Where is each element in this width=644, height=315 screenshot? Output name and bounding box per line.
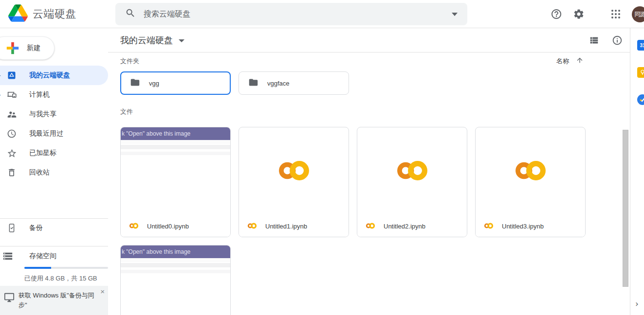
file-thumbnail <box>357 127 467 216</box>
thumbnail-content-strips <box>121 140 230 155</box>
sidebar-item-label: 我最近用过 <box>29 129 63 138</box>
sidebar-item-my-drive[interactable]: ▸我的云端硬盘 <box>0 66 108 85</box>
file-name: Untitled2.ipynb <box>384 223 425 230</box>
folder-icon <box>130 77 140 89</box>
expand-chevron-icon[interactable]: ▸ <box>0 73 2 78</box>
sidebar-item-star[interactable]: 已加星标 <box>0 143 108 163</box>
colab-icon <box>247 222 257 231</box>
folder-card[interactable]: vgg <box>120 71 231 95</box>
sidebar-item-computer[interactable]: ▸计算机 <box>0 85 108 105</box>
close-icon[interactable]: × <box>99 286 106 297</box>
apps-grid-icon[interactable] <box>610 8 622 20</box>
keep-icon[interactable] <box>637 67 644 78</box>
help-icon[interactable] <box>551 8 562 20</box>
sidebar-item-label: 计算机 <box>29 90 50 99</box>
file-card[interactable]: Untitled3.ipynb <box>475 127 586 237</box>
colab-logo-icon <box>278 160 310 183</box>
clock-icon <box>6 129 18 139</box>
files-grid: k "Open" above this imageUntitled0.ipynb… <box>108 127 598 315</box>
file-footer: Untitled3.ipynb <box>476 216 585 237</box>
file-name: Untitled3.ipynb <box>502 223 544 230</box>
search-options-caret-icon[interactable] <box>452 13 458 16</box>
new-button-label: 新建 <box>27 44 40 52</box>
sidebar-item-label: 回收站 <box>29 168 50 177</box>
file-thumbnail <box>476 127 585 216</box>
backup-sync-banner: 获取 Windows 版"备份与同步" × <box>0 286 108 315</box>
file-footer: Untitled2.ipynb <box>357 216 467 237</box>
settings-gear-icon[interactable] <box>573 8 585 20</box>
banner-text: 获取 Windows 版"备份与同步" <box>18 292 94 309</box>
sort-control[interactable]: 名称 <box>556 56 584 66</box>
colab-icon <box>129 222 139 231</box>
colab-icon <box>366 222 375 231</box>
star-icon <box>6 148 18 158</box>
file-card[interactable]: Untitled1.ipynb <box>239 127 349 237</box>
search-bar[interactable] <box>115 3 467 25</box>
file-name: Untitled1.ipynb <box>265 223 307 230</box>
main-title-row: 我的云端硬盘 <box>108 28 630 52</box>
file-card[interactable]: k "Open" above this imageUntitled0.ipynb <box>120 127 231 237</box>
sidebar-nav: ▸我的云端硬盘▸计算机与我共享我最近用过已加星标回收站 <box>0 66 108 182</box>
file-name: Untitled0.ipynb <box>147 223 189 230</box>
app-header: 云端硬盘 同源 <box>0 0 644 28</box>
app-title: 云端硬盘 <box>33 7 76 21</box>
list-view-icon[interactable] <box>589 35 599 46</box>
colab-logo-icon <box>396 160 428 183</box>
right-side-rail: 31 › <box>630 28 644 315</box>
info-icon[interactable] <box>612 35 623 46</box>
sidebar-item-label: 与我共享 <box>29 110 56 119</box>
sidebar-item-trash[interactable]: 回收站 <box>0 163 108 182</box>
search-input[interactable] <box>143 9 452 19</box>
folders-row: vggvggface <box>108 71 630 95</box>
folder-card[interactable]: vggface <box>239 71 349 95</box>
my-drive-icon <box>6 70 18 80</box>
colab-logo-icon <box>515 160 547 183</box>
file-card[interactable]: Untitled2.ipynb <box>357 127 467 237</box>
computer-icon <box>6 90 18 100</box>
backup-phone-icon <box>6 223 18 233</box>
sidebar-item-label: 备份 <box>29 224 43 232</box>
shared-people-icon <box>6 109 18 120</box>
sidebar-item-label: 我的云端硬盘 <box>29 71 70 80</box>
sort-label[interactable]: 名称 <box>556 57 569 66</box>
folder-icon <box>248 77 258 89</box>
new-button[interactable]: 新建 <box>0 36 55 60</box>
file-thumbnail: k "Open" above this image <box>121 127 230 216</box>
trash-icon <box>6 168 18 177</box>
storage-icon <box>2 251 14 262</box>
file-footer: Untitled1.ipynb <box>239 216 349 237</box>
search-icon[interactable] <box>125 8 136 20</box>
thumbnail-header-text: k "Open" above this image <box>121 127 230 140</box>
folders-section-label: 文件夹 <box>120 57 139 66</box>
main-content: 我的云端硬盘 文件夹 名称 vggvggface 文件 k "Open" abo… <box>108 28 630 315</box>
calendar-icon[interactable]: 31 <box>637 40 644 51</box>
expand-chevron-icon[interactable]: ▸ <box>0 92 2 97</box>
file-thumbnail <box>239 127 349 216</box>
storage-usage-text: 已使用 4.8 GB，共 15 GB <box>24 274 108 283</box>
monitor-icon <box>4 292 15 305</box>
folder-name: vgg <box>149 80 159 87</box>
avatar[interactable]: 同源 <box>632 6 644 22</box>
colab-icon <box>484 222 494 231</box>
vertical-scrollbar[interactable] <box>623 130 628 287</box>
sidebar-item-clock[interactable]: 我最近用过 <box>0 124 108 143</box>
expand-panel-chevron-icon[interactable]: › <box>635 299 639 309</box>
page-title[interactable]: 我的云端硬盘 <box>120 35 173 46</box>
plus-icon <box>5 41 20 55</box>
arrow-up-icon[interactable] <box>576 56 584 66</box>
tasks-icon[interactable] <box>637 94 644 105</box>
folder-name: vggface <box>267 80 290 87</box>
sidebar-item-backups[interactable]: 备份 <box>0 218 108 238</box>
thumbnail-header-text: k "Open" above this image <box>121 245 230 258</box>
files-section-label: 文件 <box>108 107 630 116</box>
storage-progress-fill <box>24 267 51 269</box>
logo-area[interactable]: 云端硬盘 <box>0 4 108 24</box>
file-card[interactable]: k "Open" above this image <box>120 245 231 315</box>
title-dropdown-caret-icon[interactable] <box>179 39 184 42</box>
sidebar-item-label: 已加星标 <box>29 149 56 158</box>
thumbnail-content-strips <box>121 258 230 273</box>
sidebar-item-storage[interactable]: 存储空间 <box>0 246 108 266</box>
file-footer: Untitled0.ipynb <box>121 216 230 237</box>
sidebar-item-shared-people[interactable]: 与我共享 <box>0 105 108 124</box>
file-thumbnail: k "Open" above this image <box>121 245 230 315</box>
